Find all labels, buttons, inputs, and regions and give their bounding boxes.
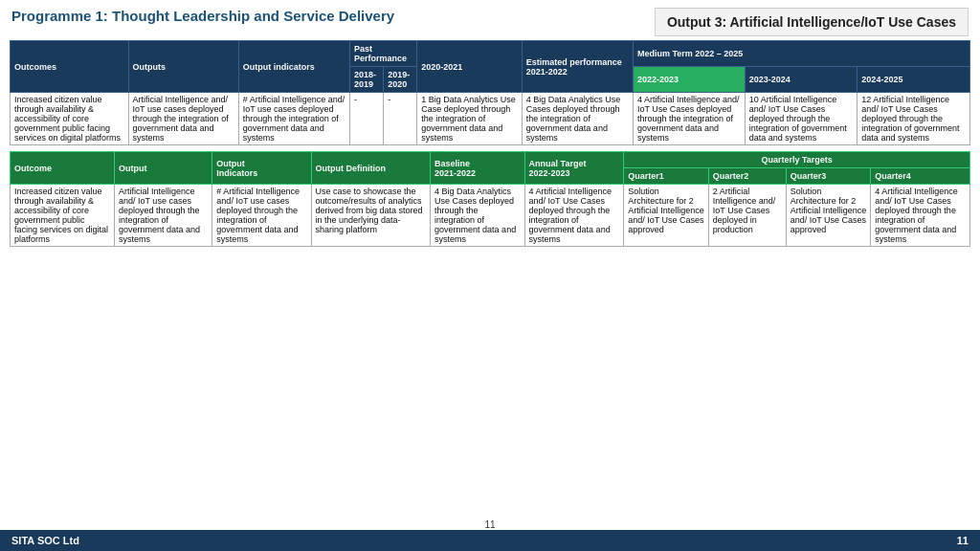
col-2024: 2024-2025 <box>858 67 970 93</box>
col2-q3: Quarter3 <box>786 168 871 185</box>
col-est-perf: Estimated performance2021-2022 <box>522 41 633 93</box>
cell-mt2023: 10 Artificial Intelligence and/ IoT Use … <box>745 93 858 145</box>
col2-quarterly: Quarterly Targets <box>624 152 970 168</box>
cell2-output: Artificial Intelligence and/ IoT use cas… <box>115 185 212 247</box>
cell-pp2018: - <box>349 93 383 145</box>
col-2023: 2023-2024 <box>745 67 858 93</box>
table1-header-row: Outcomes Outputs Output indicators Past … <box>11 41 970 67</box>
page-number-center: 11 <box>484 519 495 530</box>
col2-baseline: Baseline2021-2022 <box>431 152 525 185</box>
footer: SITA SOC Ltd 11 <box>0 530 980 551</box>
page-header: Programme 1: Thought Leadership and Serv… <box>0 0 980 40</box>
footer-company: SITA SOC Ltd <box>11 535 79 546</box>
col2-definition: Output Definition <box>311 152 431 185</box>
performance-table: Outcomes Outputs Output indicators Past … <box>10 40 970 145</box>
cell-pp2019: - <box>384 93 417 145</box>
table2-data-row: Increased citizen value through availabi… <box>11 185 970 247</box>
col-past-perf: Past Performance <box>349 41 416 67</box>
col2-q1: Quarter1 <box>624 168 709 185</box>
cell-output: Artificial Intelligence and/ IoT use cas… <box>128 93 238 145</box>
cell-pp2020: 1 Big Data Analytics Use Case deployed t… <box>417 93 523 145</box>
table1-container: Outcomes Outputs Output indicators Past … <box>0 40 980 151</box>
col-outputs: Outputs <box>128 41 238 93</box>
table1-data-row: Increased citizen value through availabi… <box>11 93 970 145</box>
programme-title: Programme 1: Thought Leadership and Serv… <box>11 8 394 24</box>
col2-annual: Annual Target2022-2023 <box>524 152 624 185</box>
table2-header-row: Outcome Output OutputIndicators Output D… <box>11 152 970 168</box>
col2-output: Output <box>115 152 212 185</box>
output-title: Output 3: Artificial Intelligence/IoT Us… <box>655 8 969 36</box>
col2-q2: Quarter2 <box>708 168 786 185</box>
cell-indicators: # Artificial Intelligence and/ IoT use c… <box>238 93 349 145</box>
cell2-q4: 4 Artificial Intelligence and/ IoT Use C… <box>871 185 970 247</box>
cell2-outcome: Increased citizen value through availabi… <box>11 185 115 247</box>
cell-mt2024: 12 Artificial Intelligence and/ IoT Use … <box>858 93 970 145</box>
footer-page: 11 <box>957 535 969 546</box>
cell2-q3: Solution Architecture for 2 Artificial I… <box>786 185 871 247</box>
cell2-indicators: # Artificial Intelligence and/ IoT use c… <box>212 185 311 247</box>
col-2020: 2020-2021 <box>417 41 523 93</box>
col2-q4: Quarter4 <box>871 168 970 185</box>
quarterly-table: Outcome Output OutputIndicators Output D… <box>10 151 970 247</box>
col-2019: 2019-2020 <box>384 67 417 93</box>
cell-outcome: Increased citizen value through availabi… <box>11 93 129 145</box>
cell-mt2022: 4 Artificial Intelligence and/ IoT Use C… <box>633 93 745 145</box>
col-2018: 2018-2019 <box>349 67 383 93</box>
col2-outcome: Outcome <box>11 152 115 185</box>
cell2-baseline: 4 Big Data Analytics Use Cases deployed … <box>431 185 525 247</box>
cell2-definition: Use case to showcase the outcome/results… <box>311 185 431 247</box>
col2-indicators: OutputIndicators <box>212 152 311 185</box>
col-2022: 2022-2023 <box>633 67 745 93</box>
cell2-annual: 4 Artificial Intelligence and/ IoT Use C… <box>524 185 624 247</box>
col-outcomes: Outcomes <box>11 41 129 93</box>
col-medium-term: Medium Term 2022 – 2025 <box>633 41 969 67</box>
table2-container: Outcome Output OutputIndicators Output D… <box>0 151 980 253</box>
cell2-q1: Solution Architecture for 2 Artificial I… <box>624 185 709 247</box>
cell2-q2: 2 Artificial Intelligence and/ IoT Use C… <box>708 185 786 247</box>
col-output-indicators: Output indicators <box>238 41 349 93</box>
cell-est2021: 4 Big Data Analytics Use Cases deployed … <box>522 93 633 145</box>
